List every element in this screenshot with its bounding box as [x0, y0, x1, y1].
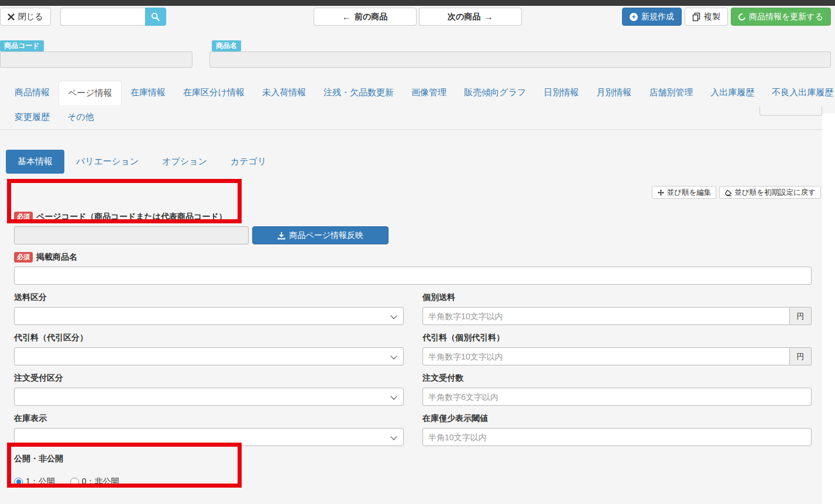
tab-入出庫履歴[interactable]: 入出庫履歴	[702, 81, 763, 105]
yen-unit-addon: 円	[790, 307, 812, 325]
tab-注残・欠品数更新[interactable]: 注残・欠品数更新	[315, 81, 403, 105]
edit-sort-order-button[interactable]: 並び順を編集	[652, 186, 717, 199]
individual-shipping-input[interactable]	[422, 307, 790, 325]
move-icon	[657, 189, 665, 196]
arrow-left-icon: ←	[342, 12, 351, 21]
reset-sort-order-label: 並び順を初期設定に戻す	[734, 188, 816, 198]
next-product-button[interactable]: 次の商品 →	[419, 8, 522, 26]
refresh-icon	[737, 12, 747, 22]
tab-在庫区分け情報[interactable]: 在庫区分け情報	[174, 81, 253, 105]
search-input[interactable]	[60, 8, 145, 26]
subtab-オプション[interactable]: オプション	[150, 150, 219, 174]
tab-商品情報[interactable]: 商品情報	[6, 81, 59, 105]
subtab-基本情報[interactable]: 基本情報	[6, 150, 64, 174]
close-button[interactable]: 閉じる	[0, 8, 51, 26]
product-name-field[interactable]	[209, 51, 831, 68]
chevron-down-icon	[390, 312, 397, 319]
main-tabs: 商品情報ページ情報在庫情報在庫区分け情報未入荷情報注残・欠品数更新画像管理販売傾…	[0, 81, 835, 130]
subtab-バリエーション[interactable]: バリエーション	[64, 150, 150, 174]
toolbar-left-group: 閉じる	[0, 8, 166, 26]
listing-name-input[interactable]	[14, 267, 812, 285]
tab-ページ情報[interactable]: ページ情報	[59, 81, 122, 105]
radio-selected-icon[interactable]	[14, 478, 23, 486]
cod-fee-label: 代引料（個別代引料）	[422, 333, 504, 343]
toolbar-right-group: + 新規作成 複製 商品情報を更新する	[622, 8, 831, 26]
close-icon	[8, 13, 15, 20]
eraser-icon	[724, 189, 732, 196]
search-button[interactable]	[145, 8, 166, 26]
order-count-input[interactable]	[422, 388, 812, 406]
search-icon	[151, 12, 160, 21]
stock-display-select[interactable]	[14, 428, 404, 446]
tab-画像管理[interactable]: 画像管理	[403, 81, 455, 105]
window-top-bar	[0, 0, 835, 6]
tab-その他[interactable]: その他	[59, 105, 103, 129]
sort-actions: 並び順を編集 並び順を初期設定に戻す	[0, 186, 821, 199]
subtab-カテゴリ[interactable]: カテゴリ	[219, 150, 278, 174]
tab-在庫情報[interactable]: 在庫情報	[122, 81, 174, 105]
reflect-page-info-label: 商品ページ情報反映	[289, 230, 363, 241]
cod-class-field: 代引料（代引区分）	[14, 330, 404, 365]
visibility-radio-option[interactable]: 1：公開	[14, 477, 55, 487]
tab-変更履歴[interactable]: 変更履歴	[6, 105, 59, 129]
search-group	[60, 8, 166, 26]
copy-icon	[692, 12, 700, 22]
chevron-down-icon	[390, 433, 397, 440]
tab-月別情報[interactable]: 月別情報	[587, 81, 640, 105]
duplicate-label: 複製	[704, 12, 720, 22]
update-product-button[interactable]: 商品情報を更新する	[731, 8, 831, 26]
product-id-header: 商品コード 商品名	[0, 40, 835, 74]
tab-日別情報[interactable]: 日別情報	[535, 81, 587, 105]
shipping-class-select[interactable]	[14, 307, 404, 325]
plus-circle-icon: +	[630, 13, 638, 21]
page-code-input[interactable]	[14, 226, 249, 244]
next-product-label: 次の商品	[448, 12, 480, 22]
page-code-label: ページコード（商品コードまたは代表商品コード）	[36, 212, 227, 222]
page-code-label-row: 必須 ページコード（商品コードまたは代表商品コード）	[14, 209, 812, 226]
visibility-radio-option[interactable]: 0：非公開	[70, 477, 119, 487]
download-icon	[277, 232, 286, 240]
stock-threshold-input[interactable]	[422, 428, 812, 446]
required-badge: 必須	[14, 252, 33, 262]
stock-display-label: 在庫表示	[14, 413, 47, 424]
stock-threshold-label: 在庫僅少表示閾値	[422, 413, 488, 424]
radio-option-label: 1：公開	[26, 477, 55, 487]
cod-fee-input[interactable]	[422, 347, 790, 365]
close-button-label: 閉じる	[18, 12, 43, 22]
main-tabs-row-2: 変更履歴その他	[6, 105, 835, 129]
visibility-label: 公開・非公開	[14, 454, 63, 464]
individual-shipping-field: 個別送料 円	[422, 290, 812, 325]
product-name-badge: 商品名	[212, 40, 241, 51]
sub-tabs: 基本情報バリエーションオプションカテゴリ	[6, 150, 835, 174]
radio-unselected-icon[interactable]	[70, 478, 79, 486]
reflect-page-info-button[interactable]: 商品ページ情報反映	[252, 226, 389, 244]
toolbar-center-group: ← 前の商品 次の商品 →	[314, 8, 522, 26]
update-product-label: 商品情報を更新する	[749, 12, 823, 22]
visibility-radio-group: 1：公開0：非公開	[14, 477, 812, 487]
product-code-badge: 商品コード	[0, 40, 44, 51]
create-new-label: 新規作成	[641, 12, 674, 22]
reset-sort-order-button[interactable]: 並び順を初期設定に戻す	[719, 186, 821, 199]
yen-unit-addon: 円	[790, 347, 812, 365]
required-badge: 必須	[14, 212, 33, 222]
listing-name-label: 掲載商品名	[36, 252, 77, 263]
order-class-select[interactable]	[14, 388, 404, 406]
scrollbar-gutter[interactable]	[822, 113, 835, 504]
order-class-field: 注文受付区分	[14, 371, 404, 406]
arrow-right-icon: →	[484, 12, 493, 21]
page-code-field: 必須 ページコード（商品コードまたは代表商品コード） 商品ページ情報反映	[14, 209, 812, 244]
shipping-class-label: 送料区分	[14, 292, 47, 303]
duplicate-button[interactable]: 複製	[685, 8, 728, 26]
tab-店舗別管理[interactable]: 店舗別管理	[640, 81, 702, 105]
listing-name-field: 必須 掲載商品名	[14, 250, 812, 285]
order-count-field: 注文受付数	[422, 371, 812, 406]
cod-class-select[interactable]	[14, 347, 404, 365]
prev-product-button[interactable]: ← 前の商品	[314, 8, 417, 26]
product-code-field[interactable]	[0, 51, 193, 68]
tab-不良入出庫履歴[interactable]: 不良入出庫履歴	[763, 81, 835, 105]
tab-販売傾向グラフ[interactable]: 販売傾向グラフ	[455, 81, 535, 105]
chevron-down-icon	[390, 353, 397, 359]
cod-class-label: 代引料（代引区分）	[14, 333, 88, 343]
tab-未入荷情報[interactable]: 未入荷情報	[253, 81, 315, 105]
create-new-button[interactable]: + 新規作成	[622, 8, 682, 26]
